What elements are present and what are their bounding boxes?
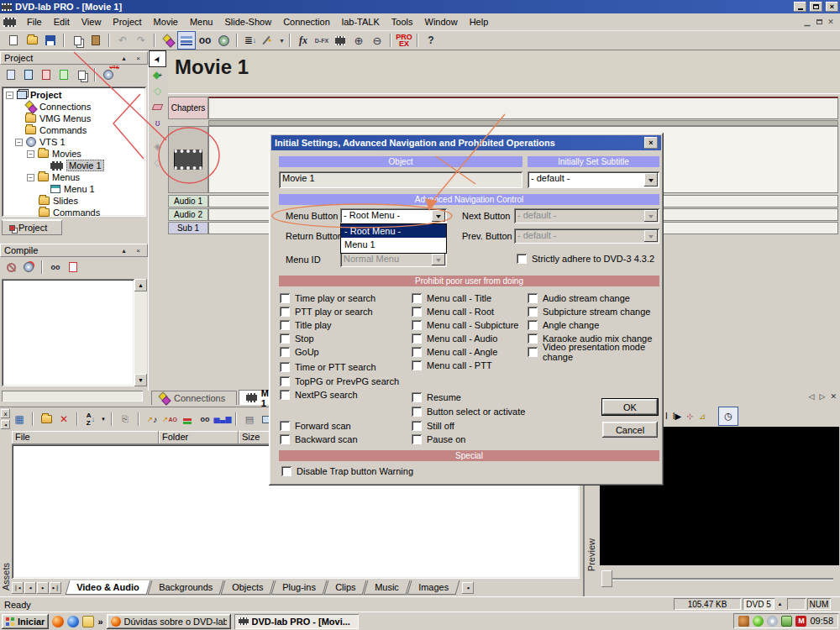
restore-button[interactable] — [810, 2, 822, 12]
tree-node-commands2[interactable]: Commands — [2, 207, 146, 217]
undo-button[interactable]: ↶ — [114, 32, 131, 49]
disable-trap-checkbox[interactable] — [281, 466, 291, 476]
tab-prev-icon[interactable]: ◂ — [24, 582, 36, 594]
checkbox[interactable] — [412, 392, 422, 402]
tab-first-icon[interactable]: |◂ — [12, 582, 24, 594]
dfx-button[interactable]: D-FX — [313, 32, 330, 49]
zoom-out-button[interactable]: ⊖ — [369, 32, 386, 49]
menu-movie[interactable]: Movie — [148, 15, 184, 29]
check-log-icon[interactable]: oo — [48, 260, 63, 275]
compile-scrollbar[interactable]: ▲ ▼ — [134, 279, 147, 386]
menu-tools[interactable]: Tools — [386, 15, 419, 29]
remove-file-icon[interactable]: ✕ — [56, 412, 71, 427]
prohibit-checkbox-row[interactable]: Menu call - Subpicture — [412, 319, 518, 331]
checkbox[interactable] — [412, 421, 422, 431]
column-header-folder[interactable]: Folder — [159, 431, 239, 444]
checkbox[interactable] — [412, 407, 422, 417]
checkbox[interactable] — [280, 307, 290, 317]
scroll-down-icon[interactable]: ▼ — [134, 374, 147, 386]
menu-connection[interactable]: Connection — [277, 15, 336, 29]
checkbox[interactable] — [528, 333, 538, 344]
paste-button[interactable] — [87, 32, 104, 49]
checkbox[interactable] — [412, 347, 422, 357]
menu-edit[interactable]: Edit — [48, 15, 76, 29]
mdi-restore-button[interactable] — [813, 18, 825, 26]
add-menu-icon[interactable] — [3, 68, 18, 82]
new-project-button[interactable] — [5, 32, 22, 49]
checkbox[interactable] — [280, 434, 290, 444]
quicklaunch-folder-icon[interactable] — [82, 616, 94, 627]
add-chapter-tool-icon[interactable]: ◆+ — [150, 67, 165, 82]
adhere-checkbox-row[interactable]: Strictly adhere to DVD-3 4.3.2 — [517, 253, 654, 265]
pro-ex-button[interactable]: PROEX — [396, 32, 412, 49]
frame-grid-icon[interactable]: ▤ — [242, 412, 257, 427]
prohibit-checkbox-row[interactable]: Title play — [280, 319, 332, 331]
menu-menu[interactable]: Menu — [184, 15, 219, 29]
redo-button[interactable]: ↷ — [133, 32, 150, 49]
checkbox[interactable] — [412, 307, 422, 317]
sort-dropdown-arrow[interactable]: ▼ — [101, 417, 106, 422]
taskbar-item-browser[interactable]: Dúvidas sobre o DVD-lab... — [107, 614, 231, 629]
panel-collapse-icon[interactable]: ▴ — [118, 247, 129, 255]
menu-file[interactable]: File — [21, 15, 48, 29]
column-header-file[interactable]: File — [12, 431, 159, 444]
prohibit-checkbox-row[interactable]: Time or PTT search — [280, 361, 376, 373]
prohibit-checkbox-row[interactable]: NextPG search — [280, 389, 358, 401]
chapters-track-label[interactable]: Chapters — [168, 97, 208, 119]
assets-tab-images[interactable]: Images — [407, 580, 460, 595]
prohibit-checkbox-row[interactable]: Angle change — [528, 319, 599, 331]
tree-node-menus[interactable]: −Menus — [2, 171, 146, 183]
dock-left-icon[interactable]: ◁ — [809, 392, 815, 401]
preview-button[interactable]: oo — [197, 32, 213, 49]
prohibit-checkbox-row[interactable]: Menu call - Angle — [412, 346, 497, 358]
mdi-document-icon[interactable] — [3, 18, 16, 27]
checkbox[interactable] — [280, 362, 290, 372]
checkbox[interactable] — [280, 390, 290, 400]
dialog-close-icon[interactable]: × — [644, 137, 658, 149]
menu-labtalk[interactable]: lab-TALK — [336, 15, 386, 29]
menu-button-combo[interactable]: - Root Menu - — [340, 208, 447, 223]
checkbox[interactable] — [412, 320, 422, 330]
stop-compile-icon[interactable] — [3, 260, 18, 275]
prohibit-checkbox-row[interactable]: Stop — [280, 333, 314, 344]
video-track-label[interactable] — [168, 126, 208, 193]
add-picture-icon[interactable] — [56, 68, 71, 82]
film-add-button[interactable] — [332, 32, 349, 49]
tab-connections[interactable]: Connections — [151, 391, 237, 405]
scroll-up-icon[interactable]: ▲ — [134, 279, 147, 291]
tree-node-vts1[interactable]: −VTS 1 — [2, 136, 146, 148]
assets-tab-objects[interactable]: Objects — [220, 580, 274, 595]
checkbox[interactable] — [280, 421, 290, 431]
checkbox[interactable] — [412, 360, 422, 370]
fx-button[interactable]: fx — [295, 32, 312, 49]
menu-window[interactable]: Window — [419, 15, 464, 29]
prohibit-checkbox-row[interactable]: Pause on — [412, 433, 465, 445]
menu-project[interactable]: Project — [107, 15, 147, 29]
prohibit-checkbox-row[interactable]: Video presentation mode change — [528, 346, 664, 358]
prohibit-checkbox-row[interactable]: Audio stream change — [528, 292, 630, 304]
tray-icon-1[interactable] — [738, 616, 749, 627]
zoom-in-button[interactable]: ⊕ — [350, 32, 367, 49]
add-vts-icon[interactable]: VTS — [101, 68, 116, 82]
audio2-track-label[interactable]: Audio 2 — [168, 208, 208, 221]
tree-node-movie1[interactable]: Movie 1 — [2, 160, 146, 171]
cancel-button[interactable]: Cancel — [602, 422, 658, 438]
report-icon[interactable] — [66, 260, 81, 275]
menu-help[interactable]: Help — [464, 15, 495, 29]
prohibit-checkbox-row[interactable]: PTT play or search — [280, 306, 373, 318]
frame-start-icon[interactable]: I — [665, 412, 668, 421]
transcode-button[interactable] — [215, 32, 232, 49]
panel-collapse-icon[interactable]: ▴ — [118, 55, 129, 62]
tray-icon-3[interactable] — [767, 616, 778, 627]
start-button[interactable]: Iniciar — [2, 614, 49, 629]
add-object-icon[interactable] — [74, 68, 89, 82]
prohibit-checkbox-row[interactable]: Menu call - Audio — [412, 333, 497, 344]
special-checkbox-row[interactable]: Disable Trap button Warning — [281, 465, 413, 477]
tray-icon-miranda[interactable]: M — [795, 616, 806, 627]
assets-tab-clips[interactable]: Clips — [323, 580, 366, 595]
prohibit-checkbox-row[interactable]: TopPG or PrevPG search — [280, 375, 399, 387]
sort-icon[interactable]: AZ↓ — [83, 412, 98, 427]
taskbar-item-dvdlab[interactable]: DVD-lab PRO - [Movi... — [234, 614, 359, 629]
prohibit-checkbox-row[interactable]: Resume — [412, 391, 461, 403]
add-cell-tool-icon[interactable]: ◈ — [150, 139, 165, 154]
